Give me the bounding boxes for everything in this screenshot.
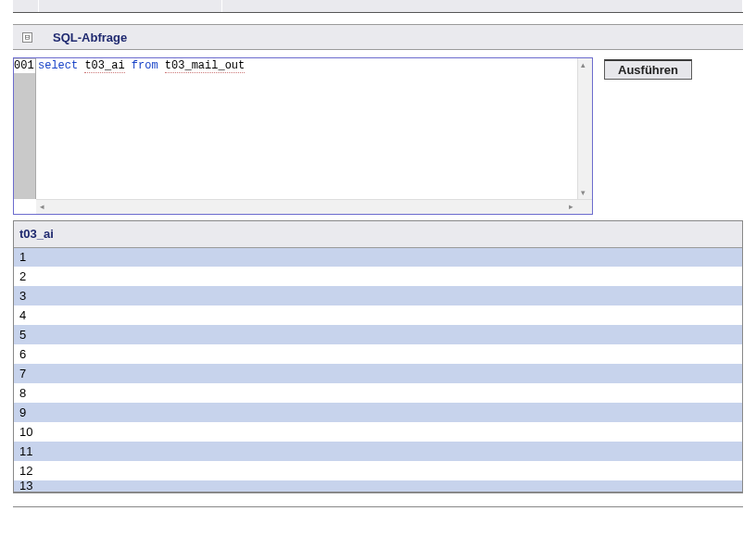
table-row[interactable]: 4 [14,305,742,325]
keyword-select: select [38,59,78,72]
line-number: 001 [14,59,35,73]
results-table: t03_ai 12345678910111213 [14,221,742,492]
cell-value: 12 [14,461,742,480]
sql-editor[interactable]: 001 select t03_ai from t03_mail_out ▴ ▾ … [13,57,593,215]
cell-value: 7 [14,364,742,383]
scroll-down-icon[interactable]: ▾ [581,188,586,197]
table-row[interactable]: 6 [14,344,742,364]
previous-section-footer [13,0,743,13]
sql-section-header: ⊟ SQL-Abfrage [13,24,743,50]
section-title: SQL-Abfrage [53,31,127,44]
table-row[interactable]: 8 [14,383,742,403]
cell-value: 11 [14,442,742,461]
cell-value: 5 [14,325,742,344]
table-row[interactable]: 12 [14,461,742,480]
cell-value: 13 [14,480,742,492]
table-row[interactable]: 7 [14,364,742,383]
keyword-from: from [132,59,158,72]
editor-vertical-scrollbar[interactable]: ▴ ▾ [577,58,592,199]
editor-gutter: 001 [14,58,36,199]
table-row[interactable]: 3 [14,286,742,305]
section-divider [13,506,743,507]
cell-value: 10 [14,422,742,442]
table-identifier: t03_mail_out [165,59,245,73]
table-row[interactable]: 13 [14,480,742,492]
cell-value: 1 [14,247,742,267]
cell-value: 3 [14,286,742,305]
column-identifier: t03_ai [84,59,124,73]
scroll-right-icon[interactable]: ▸ [569,202,573,211]
cell-value: 8 [14,383,742,403]
sql-code-area[interactable]: select t03_ai from t03_mail_out [36,58,577,199]
execute-button[interactable]: Ausführen [604,59,692,80]
table-row[interactable]: 9 [14,403,742,422]
column-header-t03-ai[interactable]: t03_ai [14,221,742,247]
cell-value: 9 [14,403,742,422]
table-row[interactable]: 10 [14,422,742,442]
table-row[interactable]: 11 [14,442,742,461]
table-row[interactable]: 2 [14,267,742,286]
collapse-toggle[interactable]: ⊟ [22,32,32,43]
table-row[interactable]: 1 [14,247,742,267]
scroll-up-icon[interactable]: ▴ [581,60,586,69]
cell-value: 2 [14,267,742,286]
results-panel: t03_ai 12345678910111213 [13,220,743,493]
editor-horizontal-scrollbar[interactable]: ◂ ▸ [36,199,592,214]
scroll-left-icon[interactable]: ◂ [40,202,44,211]
table-row[interactable]: 5 [14,325,742,344]
cell-value: 6 [14,344,742,364]
cell-value: 4 [14,305,742,325]
